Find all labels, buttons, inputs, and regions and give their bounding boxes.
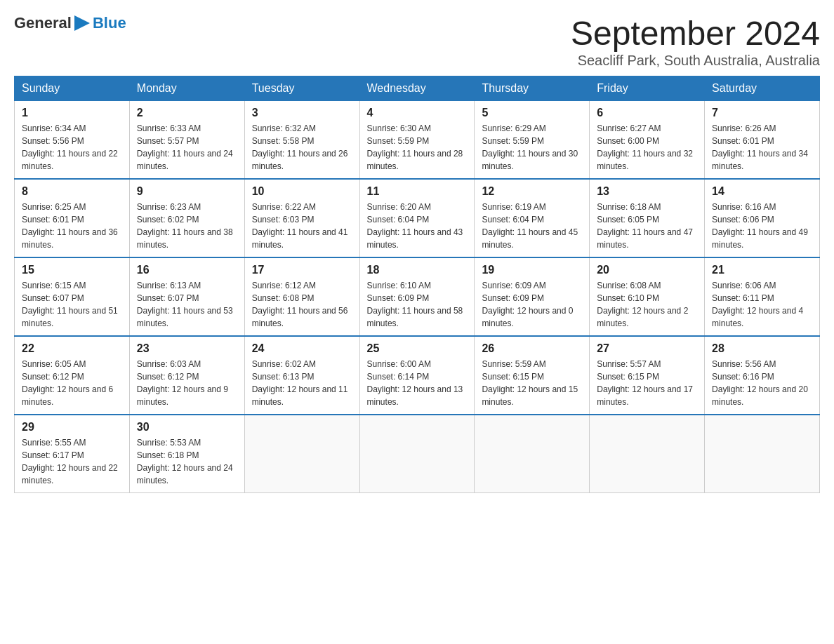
day-number: 24	[252, 342, 352, 355]
calendar-cell: 25Sunrise: 6:00 AMSunset: 6:14 PMDayligh…	[359, 336, 475, 415]
day-number: 11	[367, 185, 468, 198]
svg-marker-0	[74, 15, 90, 31]
day-info: Sunrise: 6:29 AMSunset: 5:59 PMDaylight:…	[482, 122, 582, 173]
day-info: Sunrise: 6:03 AMSunset: 6:12 PMDaylight:…	[137, 358, 237, 408]
calendar-cell: 27Sunrise: 5:57 AMSunset: 6:15 PMDayligh…	[590, 336, 705, 415]
logo-general-text: General	[14, 14, 72, 32]
calendar-cell: 28Sunrise: 5:56 AMSunset: 6:16 PMDayligh…	[705, 336, 820, 415]
day-number: 25	[367, 342, 468, 355]
page-header: General Blue September 2024 Seacliff Par…	[14, 14, 820, 69]
calendar-cell: 2Sunrise: 6:33 AMSunset: 5:57 PMDaylight…	[129, 101, 244, 180]
day-number: 19	[482, 264, 582, 276]
calendar-cell: 26Sunrise: 5:59 AMSunset: 6:15 PMDayligh…	[475, 336, 590, 415]
week-row-3: 15Sunrise: 6:15 AMSunset: 6:07 PMDayligh…	[15, 257, 820, 336]
logo: General Blue	[14, 14, 126, 32]
day-number: 29	[22, 421, 122, 434]
day-info: Sunrise: 5:55 AMSunset: 6:17 PMDaylight:…	[22, 436, 122, 487]
location-title: Seacliff Park, South Australia, Australi…	[571, 53, 820, 69]
day-number: 3	[252, 107, 352, 119]
weekday-header-sunday: Sunday	[15, 76, 130, 101]
calendar-cell: 10Sunrise: 6:22 AMSunset: 6:03 PMDayligh…	[244, 179, 359, 257]
day-info: Sunrise: 6:33 AMSunset: 5:57 PMDaylight:…	[137, 122, 237, 173]
day-number: 8	[22, 185, 122, 198]
calendar-cell	[705, 415, 820, 493]
calendar-cell: 16Sunrise: 6:13 AMSunset: 6:07 PMDayligh…	[129, 257, 244, 336]
day-info: Sunrise: 6:32 AMSunset: 5:58 PMDaylight:…	[252, 122, 352, 173]
calendar-cell	[359, 415, 475, 493]
day-number: 14	[712, 185, 812, 198]
weekday-header-friday: Friday	[590, 76, 705, 101]
day-number: 30	[137, 421, 237, 434]
week-row-5: 29Sunrise: 5:55 AMSunset: 6:17 PMDayligh…	[15, 415, 820, 493]
weekday-header-thursday: Thursday	[475, 76, 590, 101]
day-number: 5	[482, 107, 582, 119]
day-number: 23	[137, 342, 237, 355]
day-number: 9	[137, 185, 237, 198]
day-info: Sunrise: 6:30 AMSunset: 5:59 PMDaylight:…	[367, 122, 468, 173]
weekday-header-monday: Monday	[129, 76, 244, 101]
calendar-cell: 21Sunrise: 6:06 AMSunset: 6:11 PMDayligh…	[705, 257, 820, 336]
logo-arrow-icon	[74, 15, 90, 31]
weekday-header-tuesday: Tuesday	[244, 76, 359, 101]
day-info: Sunrise: 6:15 AMSunset: 6:07 PMDaylight:…	[22, 279, 122, 330]
calendar-cell: 5Sunrise: 6:29 AMSunset: 5:59 PMDaylight…	[475, 101, 590, 180]
day-number: 7	[712, 107, 812, 119]
day-info: Sunrise: 5:57 AMSunset: 6:15 PMDaylight:…	[597, 358, 697, 408]
calendar-cell: 15Sunrise: 6:15 AMSunset: 6:07 PMDayligh…	[15, 257, 130, 336]
calendar-cell: 9Sunrise: 6:23 AMSunset: 6:02 PMDaylight…	[129, 179, 244, 257]
day-info: Sunrise: 6:02 AMSunset: 6:13 PMDaylight:…	[252, 358, 352, 408]
calendar-cell: 7Sunrise: 6:26 AMSunset: 6:01 PMDaylight…	[705, 101, 820, 180]
calendar-cell: 4Sunrise: 6:30 AMSunset: 5:59 PMDaylight…	[359, 101, 475, 180]
calendar-cell: 22Sunrise: 6:05 AMSunset: 6:12 PMDayligh…	[15, 336, 130, 415]
calendar-cell: 29Sunrise: 5:55 AMSunset: 6:17 PMDayligh…	[15, 415, 130, 493]
day-number: 18	[367, 264, 468, 276]
calendar-cell: 13Sunrise: 6:18 AMSunset: 6:05 PMDayligh…	[590, 179, 705, 257]
day-number: 28	[712, 342, 812, 355]
day-number: 4	[367, 107, 468, 119]
day-info: Sunrise: 6:16 AMSunset: 6:06 PMDaylight:…	[712, 201, 812, 251]
day-info: Sunrise: 5:53 AMSunset: 6:18 PMDaylight:…	[137, 436, 237, 487]
calendar-cell: 1Sunrise: 6:34 AMSunset: 5:56 PMDaylight…	[15, 101, 130, 180]
day-number: 2	[137, 107, 237, 119]
day-number: 12	[482, 185, 582, 198]
day-number: 6	[597, 107, 697, 119]
day-number: 1	[22, 107, 122, 119]
day-info: Sunrise: 6:26 AMSunset: 6:01 PMDaylight:…	[712, 122, 812, 173]
calendar-cell	[475, 415, 590, 493]
calendar-cell: 24Sunrise: 6:02 AMSunset: 6:13 PMDayligh…	[244, 336, 359, 415]
weekday-header-saturday: Saturday	[705, 76, 820, 101]
day-info: Sunrise: 6:06 AMSunset: 6:11 PMDaylight:…	[712, 279, 812, 330]
calendar-cell: 17Sunrise: 6:12 AMSunset: 6:08 PMDayligh…	[244, 257, 359, 336]
calendar-cell: 14Sunrise: 6:16 AMSunset: 6:06 PMDayligh…	[705, 179, 820, 257]
calendar-cell: 6Sunrise: 6:27 AMSunset: 6:00 PMDaylight…	[590, 101, 705, 180]
day-number: 27	[597, 342, 697, 355]
calendar-cell	[590, 415, 705, 493]
day-number: 16	[137, 264, 237, 276]
day-info: Sunrise: 6:22 AMSunset: 6:03 PMDaylight:…	[252, 201, 352, 251]
day-info: Sunrise: 6:12 AMSunset: 6:08 PMDaylight:…	[252, 279, 352, 330]
calendar-cell: 23Sunrise: 6:03 AMSunset: 6:12 PMDayligh…	[129, 336, 244, 415]
day-number: 17	[252, 264, 352, 276]
week-row-4: 22Sunrise: 6:05 AMSunset: 6:12 PMDayligh…	[15, 336, 820, 415]
day-info: Sunrise: 6:10 AMSunset: 6:09 PMDaylight:…	[367, 279, 468, 330]
week-row-2: 8Sunrise: 6:25 AMSunset: 6:01 PMDaylight…	[15, 179, 820, 257]
logo-blue-text: Blue	[93, 14, 126, 32]
month-title: September 2024	[571, 14, 820, 53]
day-info: Sunrise: 6:18 AMSunset: 6:05 PMDaylight:…	[597, 201, 697, 251]
day-number: 13	[597, 185, 697, 198]
day-info: Sunrise: 6:00 AMSunset: 6:14 PMDaylight:…	[367, 358, 468, 408]
day-number: 22	[22, 342, 122, 355]
day-info: Sunrise: 6:34 AMSunset: 5:56 PMDaylight:…	[22, 122, 122, 173]
day-info: Sunrise: 6:09 AMSunset: 6:09 PMDaylight:…	[482, 279, 582, 330]
day-number: 15	[22, 264, 122, 276]
calendar-cell	[244, 415, 359, 493]
calendar-cell: 18Sunrise: 6:10 AMSunset: 6:09 PMDayligh…	[359, 257, 475, 336]
day-info: Sunrise: 6:25 AMSunset: 6:01 PMDaylight:…	[22, 201, 122, 251]
calendar-cell: 3Sunrise: 6:32 AMSunset: 5:58 PMDaylight…	[244, 101, 359, 180]
calendar-cell: 8Sunrise: 6:25 AMSunset: 6:01 PMDaylight…	[15, 179, 130, 257]
day-number: 21	[712, 264, 812, 276]
calendar-cell: 30Sunrise: 5:53 AMSunset: 6:18 PMDayligh…	[129, 415, 244, 493]
title-section: September 2024 Seacliff Park, South Aust…	[571, 14, 820, 69]
weekday-header-wednesday: Wednesday	[359, 76, 475, 101]
day-info: Sunrise: 6:05 AMSunset: 6:12 PMDaylight:…	[22, 358, 122, 408]
